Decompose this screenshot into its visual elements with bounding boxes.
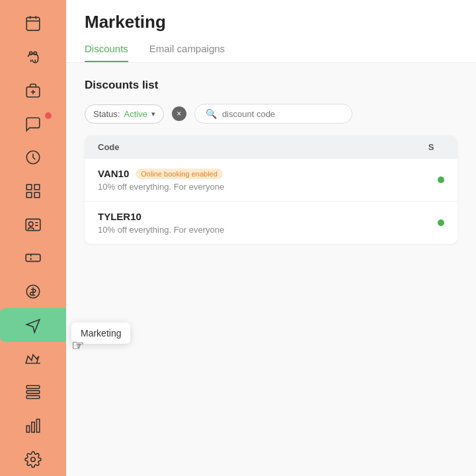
search-box[interactable]: 🔍 [194,104,352,124]
sidebar-item-settings2[interactable] [0,376,66,409]
row-description: 10% off everything. For everyone [98,225,438,235]
chat-badge [45,112,52,119]
table-header: Code S [85,136,457,159]
sidebar-item-pet[interactable] [0,40,66,74]
clear-filter-button[interactable]: × [172,106,186,121]
box-icon [24,82,42,99]
content-area: Discounts list Status: Active ▾ × 🔍 Code… [66,63,476,476]
chat-icon [24,116,42,133]
tab-email-campaigns[interactable]: Email campaigns [149,43,225,62]
row-left: TYLER10 10% off everything. For everyone [98,211,438,235]
svg-rect-20 [26,391,40,393]
svg-rect-13 [34,192,40,198]
svg-point-15 [29,221,34,226]
contact-icon [24,216,42,233]
svg-rect-22 [26,426,29,432]
row-code: TYLER10 [98,211,438,222]
chevron-down-icon: ▾ [151,110,155,118]
calendar-icon [24,15,42,32]
status-dot [438,177,444,183]
dog-icon [24,48,42,65]
svg-point-25 [31,457,36,461]
crown-icon [24,350,42,368]
clock-icon [24,149,42,166]
section-title: Discounts list [85,79,457,92]
grid-icon [24,182,42,200]
svg-rect-23 [32,422,34,432]
discounts-table: Code S VAN10 Online booking enabled 10% … [85,136,457,244]
filters-row: Status: Active ▾ × 🔍 [85,104,457,124]
settings2-icon [24,383,42,401]
search-input[interactable] [222,109,341,119]
table-row[interactable]: TYLER10 10% off everything. For everyone [85,202,457,244]
tab-discounts[interactable]: Discounts [85,43,128,62]
sidebar-item-coupon[interactable] [0,241,66,275]
sidebar-tooltip: Marketing [71,323,130,344]
gear-icon [24,451,42,468]
table-row[interactable]: VAN10 Online booking enabled 10% off eve… [85,159,457,202]
sidebar-item-finance[interactable] [0,275,66,309]
row-left: VAN10 Online booking enabled 10% off eve… [98,168,438,192]
search-icon: 🔍 [206,108,217,119]
chart-icon [24,417,42,434]
row-description: 10% off everything. For everyone [98,182,438,192]
svg-rect-0 [26,18,40,31]
marketing-icon [24,317,42,334]
dollar-icon [24,283,42,300]
sidebar-item-contact[interactable] [0,208,66,241]
status-filter[interactable]: Status: Active ▾ [85,104,164,124]
page-title: Marketing [85,12,457,32]
filter-value: Active [124,109,147,119]
svg-rect-12 [26,192,32,198]
svg-rect-21 [26,396,40,399]
header: Marketing Discounts Email campaigns [66,0,476,63]
svg-rect-10 [26,184,32,190]
svg-rect-24 [36,419,39,432]
coupon-icon [24,249,42,266]
sidebar-item-shop[interactable] [0,73,66,107]
sidebar-item-gear[interactable] [0,442,66,476]
col-header-code: Code [98,142,418,152]
discount-code: TYLER10 [98,211,141,222]
sidebar-item-chat[interactable] [0,107,66,141]
sidebar-item-marketing[interactable] [0,308,66,342]
sidebar-item-analytics[interactable] [0,409,66,443]
online-booking-tag: Online booking enabled [136,169,223,179]
col-header-status: S [418,142,444,152]
sidebar-item-loyalty[interactable] [0,342,66,376]
sidebar-item-clock[interactable] [0,141,66,175]
svg-rect-19 [26,386,40,389]
svg-rect-16 [26,255,40,262]
svg-rect-11 [34,184,40,190]
status-dot [438,219,444,226]
filter-label: Status: [93,109,120,119]
sidebar: Marketing ☞ [0,0,66,476]
sidebar-item-grid[interactable] [0,175,66,208]
main-content: Marketing Discounts Email campaigns Disc… [66,0,476,476]
row-code: VAN10 Online booking enabled [98,168,438,179]
sidebar-item-calendar[interactable] [0,7,66,40]
discount-code: VAN10 [98,168,129,179]
tabs: Discounts Email campaigns [85,43,457,62]
